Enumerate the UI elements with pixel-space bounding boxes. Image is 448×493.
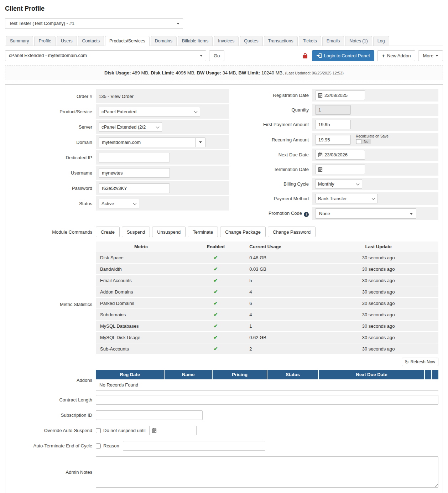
password-input[interactable]	[99, 183, 170, 193]
caret-down-icon	[410, 213, 413, 215]
toolbar-actions: Login to Control Panel + New Addon More	[301, 50, 443, 61]
calendar-icon[interactable]	[316, 93, 324, 98]
tab-invoices[interactable]: Invoices	[214, 36, 239, 46]
tab-transactions[interactable]: Transactions	[264, 36, 298, 46]
next-due-date-input[interactable]	[324, 151, 365, 159]
username-row: Username	[10, 166, 229, 180]
suspend-until-date-input[interactable]	[158, 426, 196, 435]
metric-updated: 30 seconds ago	[318, 309, 438, 320]
info-icon[interactable]: i	[304, 212, 309, 217]
calendar-icon[interactable]	[150, 428, 158, 433]
unsuspend-button[interactable]: Unsuspend	[152, 227, 186, 237]
termination-date-label: Termination Date	[233, 167, 312, 172]
payment-method-select[interactable]: Bank Transfer	[315, 194, 378, 203]
addons-header-spacer	[432, 370, 438, 379]
first-payment-input[interactable]	[315, 120, 351, 129]
table-row: MySQL Disk Usage ✔ 0.62 GB 30 seconds ag…	[96, 332, 438, 343]
auto-terminate-checkbox[interactable]	[96, 443, 101, 448]
termination-date-row: Termination Date	[233, 163, 438, 176]
terminate-button[interactable]: Terminate	[188, 227, 218, 237]
create-button[interactable]: Create	[96, 227, 120, 237]
tab-tickets[interactable]: Tickets	[299, 36, 321, 46]
username-input[interactable]	[99, 168, 170, 178]
registration-date-row: Registration Date	[233, 89, 438, 102]
tab-contacts[interactable]: Contacts	[78, 36, 104, 46]
server-select[interactable]: cPanel Extended (2/2	[99, 122, 162, 132]
status-select[interactable]: Active	[99, 199, 139, 208]
metric-name: Subdomains	[96, 309, 185, 320]
update-col-header: Last Update	[318, 242, 438, 252]
table-row: Subdomains ✔ 4 30 seconds ago	[96, 309, 438, 320]
do-not-suspend-checkbox[interactable]	[96, 428, 101, 433]
login-control-panel-button[interactable]: Login to Control Panel	[312, 50, 374, 61]
next-due-date-group	[315, 150, 365, 160]
dedicated-ip-label: Dedicated IP	[10, 155, 96, 160]
subscription-id-input[interactable]	[96, 410, 203, 420]
metric-name: MySQL Databases	[96, 320, 185, 332]
auto-terminate-label: Auto-Terminate End of Cycle	[10, 443, 96, 448]
dedicated-ip-row: Dedicated IP	[10, 150, 229, 165]
metric-usage: 2	[246, 343, 318, 354]
tab-profile[interactable]: Profile	[34, 36, 55, 46]
promotion-code-label-text: Promotion Code	[269, 211, 302, 216]
service-form-left-column: Order # 135 - View Order Product/Service…	[10, 89, 229, 212]
calendar-icon[interactable]	[316, 167, 324, 172]
order-value[interactable]: 135 - View Order	[99, 94, 134, 99]
tab-log[interactable]: Log	[373, 36, 389, 46]
suspend-button[interactable]: Suspend	[122, 227, 150, 237]
addons-header-row: Reg Date Name Pricing Status Next Due Da…	[96, 370, 438, 379]
new-addon-button[interactable]: + New Addon	[377, 50, 415, 61]
service-selector[interactable]: cPanel Extended - mytestdomain.com	[5, 50, 206, 61]
tab-domains[interactable]: Domains	[151, 36, 177, 46]
addons-col-next-due-date: Next Due Date	[318, 370, 424, 379]
go-button[interactable]: Go	[209, 50, 224, 61]
more-button[interactable]: More	[418, 50, 443, 61]
admin-notes-textarea[interactable]	[96, 456, 438, 488]
auto-terminate-reason-input[interactable]	[123, 441, 265, 451]
client-selector[interactable]: Test Tester (Test Company) - #1	[5, 18, 183, 29]
service-selector-value: cPanel Extended - mytestdomain.com	[9, 53, 87, 58]
check-icon: ✔	[214, 334, 218, 340]
enabled-col-header: Enabled	[185, 242, 246, 252]
domain-input[interactable]	[99, 137, 196, 147]
promotion-code-select[interactable]: None	[315, 208, 416, 219]
lock-icon[interactable]	[301, 53, 309, 59]
service-toolbar: cPanel Extended - mytestdomain.com Go Lo…	[5, 50, 443, 61]
calendar-icon[interactable]	[316, 152, 324, 157]
tab-quotes[interactable]: Quotes	[240, 36, 262, 46]
billing-cycle-select[interactable]: Monthly	[315, 179, 362, 189]
contract-length-input[interactable]	[96, 395, 438, 405]
tab-products-services[interactable]: Products/Services	[105, 36, 150, 46]
change-package-button[interactable]: Change Package	[220, 227, 266, 237]
domain-row: Domain	[10, 135, 229, 149]
tab-billable-items[interactable]: Billable Items	[178, 36, 213, 46]
password-label: Password	[10, 186, 96, 191]
tab-emails[interactable]: Emails	[322, 36, 344, 46]
registration-date-input[interactable]	[324, 91, 365, 99]
promotion-code-label: Promotion Codei	[233, 211, 312, 217]
metric-updated: 30 seconds ago	[318, 297, 438, 309]
metric-usage: 0.03 GB	[246, 263, 318, 275]
module-commands-label: Module Commands	[10, 229, 96, 235]
status-row: Status Active	[10, 196, 229, 211]
product-service-select[interactable]: cPanel Extended	[99, 107, 200, 116]
username-label: Username	[10, 170, 96, 176]
recalculate-toggle[interactable]: No	[356, 139, 371, 144]
metric-usage: 0.48 GB	[246, 252, 318, 264]
change-password-button[interactable]: Change Password	[268, 227, 316, 237]
tab-notes[interactable]: Notes (1)	[345, 36, 372, 46]
plus-icon: +	[382, 53, 385, 58]
disk-usage-label: Disk Usage:	[104, 70, 131, 76]
recurring-amount-input[interactable]	[315, 135, 351, 145]
metric-usage: 4	[246, 286, 318, 297]
termination-date-input[interactable]	[324, 165, 365, 173]
quantity-label: Quantity	[233, 107, 312, 113]
tab-summary[interactable]: Summary	[6, 36, 33, 46]
domain-dropdown-button[interactable]	[196, 137, 205, 147]
caret-down-icon	[199, 141, 202, 143]
product-service-label: Product/Service	[10, 109, 96, 114]
refresh-now-button[interactable]: ↻ Refresh Now	[402, 358, 438, 366]
tab-users[interactable]: Users	[57, 36, 77, 46]
disk-limit-label: Disk Limit:	[151, 70, 174, 76]
dedicated-ip-input[interactable]	[99, 153, 170, 162]
